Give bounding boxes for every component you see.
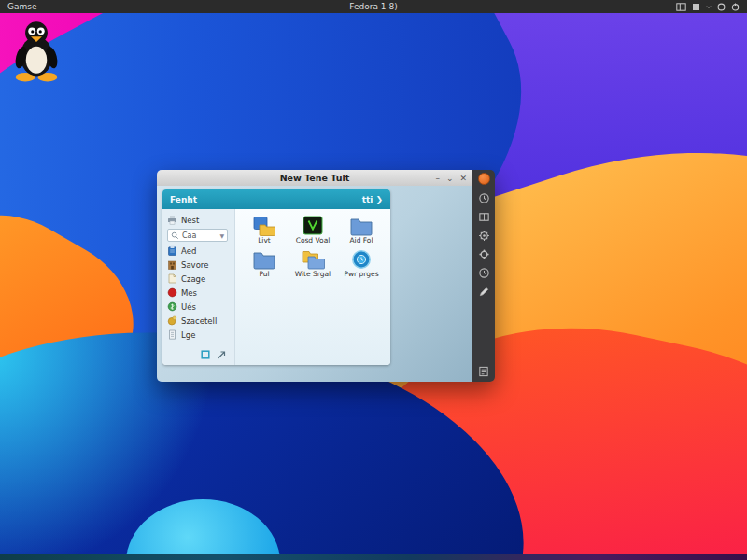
sidebar-item-label: Lge — [181, 330, 195, 340]
terminal-icon — [301, 216, 325, 236]
file-item[interactable]: Wite Srgal — [289, 249, 337, 278]
note-icon — [167, 273, 177, 284]
search-icon — [171, 231, 179, 240]
window-title: New Tene Tult — [280, 173, 350, 183]
status-tray — [676, 3, 747, 11]
folder-icon — [252, 249, 276, 270]
chevron-down-icon[interactable] — [706, 5, 712, 9]
network-icon[interactable] — [717, 3, 726, 11]
window-body: Fenht tti ❯ Nest Caa ▼ — [157, 186, 472, 382]
sidebar-item-label: Mes — [181, 288, 197, 298]
clipboard-icon — [167, 245, 177, 256]
sidebar-item-label: Czage — [181, 274, 205, 284]
document-icon — [167, 329, 177, 340]
file-label: Cosd Voal — [296, 237, 331, 245]
sidebar-item-lge[interactable]: Lge — [167, 328, 234, 342]
sidebar-item-label: Nest — [181, 216, 199, 225]
building-icon — [167, 259, 177, 270]
screen: Gamse Fedora 1 8) — [0, 0, 747, 560]
sidebar-footer — [167, 350, 234, 362]
sidebar-item-czage[interactable]: Czage — [167, 272, 234, 286]
app-menu-button[interactable]: Gamse — [0, 2, 36, 11]
bottom-edge-panel — [0, 554, 747, 560]
money-icon — [167, 301, 177, 312]
clock-icon[interactable] — [478, 192, 490, 204]
settings-icon[interactable] — [478, 248, 490, 260]
list-icon[interactable] — [478, 366, 489, 377]
file-label: Pwr prges — [344, 271, 378, 278]
sidebar-item-mes[interactable]: Mes — [167, 286, 234, 300]
file-label: Livt — [258, 237, 271, 245]
file-manager-window: New Tene Tult – ⌄ ✕ — [157, 170, 495, 382]
tux-penguin-icon[interactable] — [11, 21, 62, 82]
paint-icon — [167, 315, 177, 326]
sidebar-item-label: Ués — [181, 302, 196, 312]
printer-icon — [167, 215, 177, 225]
folder-copy-icon — [252, 216, 276, 236]
address-bar-action[interactable]: tti ❯ — [362, 195, 383, 204]
display-icon[interactable] — [692, 3, 700, 11]
maximize-button[interactable]: ⌄ — [446, 174, 454, 183]
file-item[interactable]: Pul — [240, 249, 289, 278]
forward-arrow-icon[interactable] — [217, 350, 226, 361]
sidebar-item-label: Aed — [181, 246, 196, 256]
file-label: Aid Fol — [349, 237, 373, 245]
history-icon[interactable] — [478, 267, 490, 279]
file-grid: Livt Cosd Voal Aid Fol Pul — [235, 209, 390, 365]
sidebar-item-ues[interactable]: Ués — [167, 300, 234, 314]
file-item[interactable]: Livt — [240, 216, 289, 245]
sidebar-item-szacetell[interactable]: Szacetell — [167, 314, 234, 328]
address-bar-title: Fenht — [170, 195, 197, 204]
address-bar[interactable]: Fenht tti ❯ — [162, 189, 390, 209]
window-controls: – ⌄ ✕ — [435, 170, 467, 186]
top-bar: Gamse Fedora 1 8) — [0, 0, 747, 13]
grid-icon[interactable] — [478, 211, 490, 223]
file-item[interactable]: Aid Fol — [337, 216, 386, 245]
gear-icon[interactable] — [478, 230, 490, 242]
globe-clock-icon — [349, 249, 374, 270]
pencil-icon[interactable] — [478, 286, 490, 298]
sidebar: Nest Caa ▼ Aed Savo — [162, 209, 235, 365]
window-side-rail — [472, 170, 495, 382]
minimize-button[interactable]: – — [435, 174, 440, 183]
file-item[interactable]: Pwr prges — [337, 249, 386, 278]
grid-toggle-icon[interactable] — [201, 350, 210, 361]
search-input[interactable]: Caa ▼ — [167, 229, 228, 242]
sidebar-item-aed[interactable]: Aed — [167, 244, 234, 258]
sidebar-item-label: Savore — [181, 260, 208, 270]
file-label: Wite Srgal — [295, 271, 331, 278]
file-item[interactable]: Cosd Voal — [289, 216, 337, 245]
folder-move-icon — [301, 249, 325, 270]
file-label: Pul — [259, 271, 269, 278]
folder-icon — [349, 216, 374, 236]
window-titlebar[interactable]: New Tene Tult – ⌄ ✕ — [157, 170, 472, 186]
search-value: Caa — [182, 231, 196, 240]
power-orange-button[interactable] — [478, 173, 490, 185]
power-icon[interactable] — [731, 3, 740, 11]
record-icon — [167, 287, 177, 298]
sidebar-item-nest[interactable]: Nest — [167, 213, 234, 227]
content-panel: Fenht tti ❯ Nest Caa ▼ — [162, 189, 390, 365]
clock-label[interactable]: Fedora 1 8) — [0, 2, 747, 11]
sidebar-item-savore[interactable]: Savore — [167, 258, 234, 272]
close-button[interactable]: ✕ — [459, 174, 467, 183]
sidebar-item-label: Szacetell — [181, 316, 217, 326]
search-dropdown-caret-icon[interactable]: ▼ — [219, 232, 224, 239]
workspace-grid-icon[interactable] — [676, 3, 686, 11]
